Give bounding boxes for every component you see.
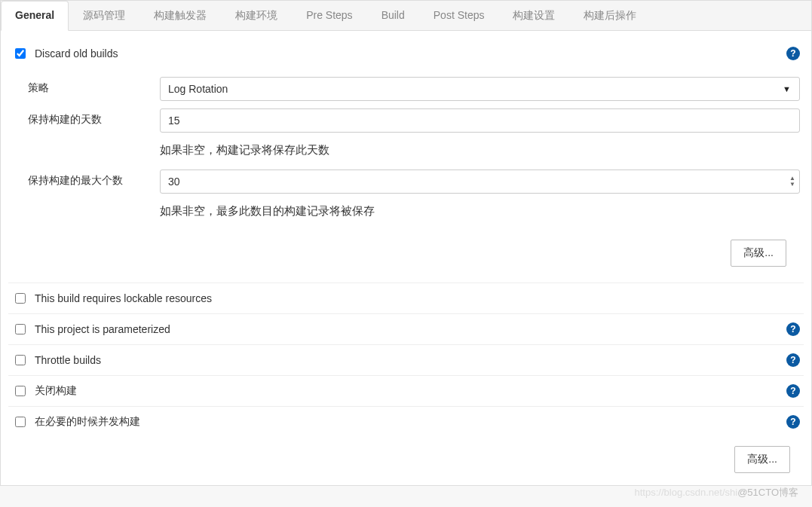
label-discard-old-builds: Discard old builds <box>35 47 786 60</box>
label-days: 保持构建的天数 <box>28 108 160 127</box>
tab-post-steps[interactable]: Post Steps <box>419 1 499 31</box>
row-days: 保持构建的天数 <box>28 108 800 133</box>
hint-max: 如果非空，最多此数目的构建记录将被保存 <box>160 204 800 218</box>
tab-pre-steps[interactable]: Pre Steps <box>292 1 366 31</box>
select-strategy[interactable]: Log Rotation <box>160 77 800 101</box>
help-icon[interactable]: ? <box>786 384 800 398</box>
advanced-row-1: 高级... <box>28 231 800 279</box>
label-concurrent: 在必要的时候并发构建 <box>35 415 786 429</box>
tab-general[interactable]: General <box>1 1 69 31</box>
label-throttle: Throttle builds <box>35 354 786 366</box>
tab-settings[interactable]: 构建设置 <box>498 1 569 31</box>
checkbox-lockable[interactable] <box>15 293 26 304</box>
strategy-details: 保持构建的天数 如果非空，构建记录将保存此天数 保持构建的最大个数 ▲▼ <box>28 108 800 218</box>
checkbox-throttle[interactable] <box>15 355 26 365</box>
checkbox-discard-old-builds[interactable] <box>15 48 26 59</box>
row-throttle: Throttle builds ? <box>8 345 804 376</box>
row-discard-old-builds: Discard old builds ? <box>8 38 804 69</box>
tab-bar: General 源码管理 构建触发器 构建环境 Pre Steps Build … <box>1 1 811 31</box>
tab-scm[interactable]: 源码管理 <box>69 1 139 31</box>
checkbox-concurrent[interactable] <box>15 417 26 427</box>
input-days[interactable] <box>160 108 800 133</box>
tab-build[interactable]: Build <box>367 1 419 31</box>
advanced-button[interactable]: 高级... <box>734 446 790 473</box>
checkbox-parameterized[interactable] <box>15 324 26 334</box>
advanced-row-2: 高级... <box>8 437 804 485</box>
tab-triggers[interactable]: 构建触发器 <box>139 1 221 31</box>
label-strategy: 策略 <box>28 77 160 95</box>
label-lockable: This build requires lockable resources <box>35 292 800 304</box>
tab-post-actions[interactable]: 构建后操作 <box>569 1 651 31</box>
hint-days: 如果非空，构建记录将保存此天数 <box>160 143 800 157</box>
label-parameterized: This project is parameterized <box>35 323 786 335</box>
checkbox-disable[interactable] <box>15 386 26 396</box>
row-disable: 关闭构建 ? <box>8 376 804 407</box>
config-panel: General 源码管理 构建触发器 构建环境 Pre Steps Build … <box>0 0 812 486</box>
row-parameterized: This project is parameterized ? <box>8 314 804 345</box>
help-icon[interactable]: ? <box>786 353 800 367</box>
help-icon[interactable]: ? <box>786 415 800 429</box>
tab-env[interactable]: 构建环境 <box>221 1 292 31</box>
spinner-icon[interactable]: ▲▼ <box>789 176 795 188</box>
help-icon[interactable]: ? <box>786 322 800 336</box>
input-max[interactable] <box>160 170 800 194</box>
help-icon[interactable]: ? <box>786 47 800 60</box>
row-concurrent: 在必要的时候并发构建 ? <box>8 407 804 437</box>
tab-content: Discard old builds ? 策略 Log Rotation ▼ 保… <box>1 31 811 485</box>
label-max: 保持构建的最大个数 <box>28 170 160 188</box>
discard-config: 策略 Log Rotation ▼ 保持构建的天数 如果非空，构建记录将保存此天… <box>8 69 804 283</box>
label-disable: 关闭构建 <box>35 384 786 398</box>
row-strategy: 策略 Log Rotation ▼ <box>28 77 800 101</box>
advanced-button[interactable]: 高级... <box>731 240 786 267</box>
row-max: 保持构建的最大个数 ▲▼ <box>28 170 800 194</box>
row-lockable: This build requires lockable resources <box>8 283 804 314</box>
